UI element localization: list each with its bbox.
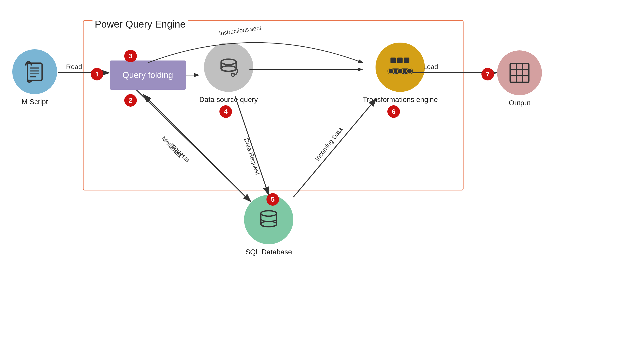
svg-rect-9 [397, 58, 402, 63]
datasource-icon [215, 54, 242, 81]
datasource-circle [204, 43, 253, 92]
svg-point-6 [221, 66, 236, 71]
mscript-label: M Script [22, 98, 48, 106]
datasource-node: Data source query [199, 43, 258, 104]
svg-rect-8 [390, 58, 396, 63]
diagram-container: Power Query Engine Query folding M Scrip… [0, 0, 644, 363]
scroll-icon [22, 59, 47, 84]
badge-3: 3 [124, 50, 137, 62]
svg-point-5 [221, 59, 236, 65]
badge-6: 6 [388, 105, 400, 118]
svg-point-7 [231, 73, 234, 76]
transform-icon [386, 55, 415, 80]
svg-point-14 [407, 68, 412, 74]
output-circle [497, 51, 542, 95]
sql-icon [255, 207, 282, 232]
badge-7: 7 [482, 68, 494, 81]
badge-4: 4 [220, 105, 232, 118]
svg-point-22 [261, 211, 276, 216]
badge-2: 2 [124, 94, 137, 107]
svg-rect-0 [27, 63, 42, 81]
transform-node: Transformations engine [363, 43, 438, 104]
output-icon [507, 61, 532, 85]
datasource-label: Data source query [199, 96, 258, 104]
mscript-node: M Script [12, 49, 57, 106]
query-folding-box: Query folding [110, 61, 186, 90]
svg-rect-17 [510, 63, 529, 82]
output-node: Output [497, 51, 542, 107]
output-label: Output [509, 99, 530, 107]
svg-point-13 [398, 68, 403, 74]
query-folding-label: Query folding [122, 70, 173, 80]
badge-5: 5 [266, 193, 279, 206]
badge-1: 1 [91, 68, 103, 81]
pqe-label: Power Query Engine [92, 19, 188, 30]
transform-circle [376, 43, 425, 92]
svg-point-23 [261, 221, 276, 227]
transform-label: Transformations engine [363, 96, 438, 104]
svg-point-16 [404, 73, 406, 75]
read-label: Read [66, 63, 82, 70]
svg-rect-10 [404, 58, 410, 63]
svg-point-12 [388, 68, 394, 74]
mscript-circle [12, 49, 57, 94]
svg-point-15 [394, 73, 396, 75]
sql-label: SQL Database [246, 248, 292, 256]
